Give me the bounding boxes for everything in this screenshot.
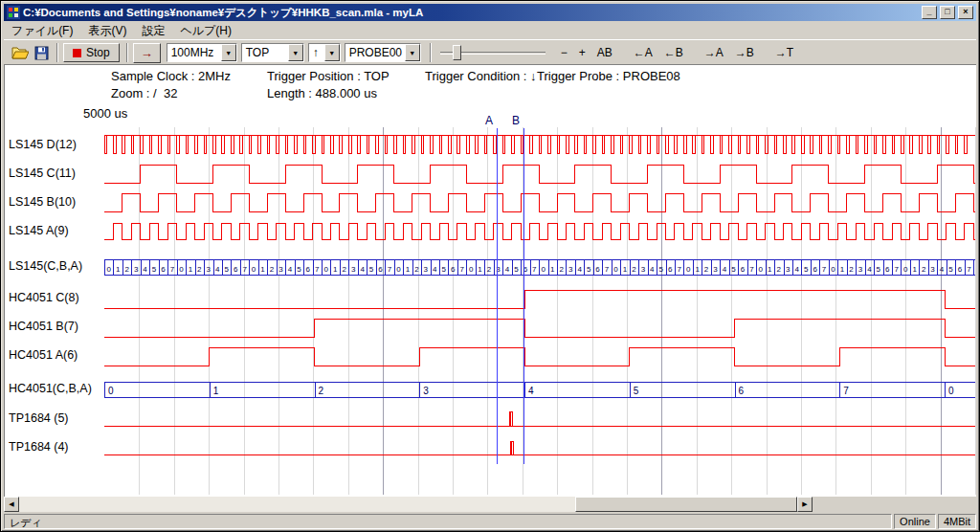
status-memory: 4MBit (938, 514, 976, 529)
scroll-right-button[interactable]: ▶ (797, 497, 813, 512)
channel-label-0: LS145 D(12) (9, 138, 77, 151)
trigger-position-select[interactable]: TOP ▼ (241, 43, 304, 62)
open-folder-icon (11, 46, 29, 59)
sample-clock-value: 100MHz (167, 46, 221, 59)
zoom-slider[interactable] (440, 43, 546, 62)
trigger-probe-info: Trigger Probe : PROBE08 (537, 69, 680, 83)
floppy-disk-icon (34, 46, 49, 60)
app-window: C:¥Documents and Settings¥noname¥デスクトップ¥… (0, 0, 980, 532)
toolbar-separator (126, 43, 128, 62)
trigger-edge-value: ↑ (309, 46, 324, 59)
trigger-edge-select[interactable]: ↑ ▼ (308, 43, 341, 62)
title-bar: C:¥Documents and Settings¥noname¥デスクトップ¥… (4, 4, 976, 21)
ab-button[interactable]: AB (591, 43, 618, 62)
slider-thumb[interactable] (453, 45, 461, 60)
goto-b-left-button[interactable]: ←B (658, 43, 689, 62)
toolbar-separator (56, 43, 58, 62)
menu-settings[interactable]: 設定 (134, 21, 172, 41)
menu-help[interactable]: ヘルプ(H) (172, 21, 239, 41)
length-info: Length : 488.000 us (267, 86, 377, 100)
open-button[interactable] (10, 42, 31, 63)
channel-label-5: HC4051 C(8) (9, 291, 79, 304)
trigger-position-value: TOP (242, 46, 288, 59)
goto-b-right-button[interactable]: →B (729, 43, 760, 62)
scroll-left-button[interactable]: ◀ (4, 497, 19, 512)
stop-label: Stop (86, 46, 110, 59)
channel-label-7: HC4051 A(6) (9, 348, 78, 362)
window-title: C:¥Documents and Settings¥noname¥デスクトップ¥… (23, 6, 919, 20)
channel-label-1: LS145 C(11) (9, 166, 76, 180)
trigger-probe-select[interactable]: PROBE00 ▼ (345, 43, 421, 62)
channel-label-10: TP1684 (4) (9, 440, 69, 454)
goto-a-left-button[interactable]: ←A (628, 43, 658, 62)
status-online: Online (894, 514, 936, 529)
scrollbar-track[interactable] (19, 497, 797, 512)
goto-a-right-button[interactable]: →A (699, 43, 729, 62)
trigger-condition-info: Trigger Condition : ↓ (425, 69, 537, 83)
save-button[interactable] (31, 42, 52, 63)
status-ready: レディ (4, 514, 892, 529)
run-button[interactable]: → (133, 43, 161, 63)
menu-bar: ファイル(F) 表示(V) 設定 ヘルプ(H) (4, 22, 976, 39)
waveform-panel (4, 64, 976, 497)
stop-icon (73, 49, 81, 57)
zoom-out-button[interactable]: − (555, 43, 573, 62)
minimize-button[interactable]: _ (922, 6, 937, 19)
channel-label-6: HC4051 B(7) (9, 320, 78, 333)
toolbar-separator (430, 43, 432, 62)
trigger-position-info: Trigger Position : TOP (267, 69, 390, 83)
trigger-probe-value: PROBE00 (345, 46, 405, 59)
status-bar: レディ Online 4MBit (4, 513, 976, 529)
goto-trigger-button[interactable]: →T (769, 43, 799, 62)
sample-clock-info: Sample Clock : 2MHz (111, 69, 231, 83)
channel-label-4: LS145(C,B,A) (9, 259, 82, 273)
chevron-down-icon[interactable]: ▼ (288, 44, 303, 61)
stop-button[interactable]: Stop (63, 43, 120, 62)
app-icon (7, 6, 20, 19)
menu-view[interactable]: 表示(V) (80, 21, 134, 41)
time-scale-label: 5000 us (83, 106, 127, 121)
chevron-down-icon[interactable]: ▼ (221, 44, 236, 61)
sample-clock-select[interactable]: 100MHz ▼ (167, 43, 237, 62)
chevron-down-icon[interactable]: ▼ (324, 44, 340, 61)
zoom-info: Zoom : / 32 (111, 86, 177, 100)
channel-label-9: TP1684 (5) (9, 411, 69, 425)
menu-file[interactable]: ファイル(F) (4, 21, 80, 41)
channel-label-3: LS145 A(9) (9, 224, 69, 237)
zoom-in-button[interactable]: + (573, 43, 591, 62)
channel-label-8: HC4051(C,B,A) (9, 382, 92, 395)
close-button[interactable]: × (958, 6, 973, 19)
channel-label-2: LS145 B(10) (9, 195, 76, 209)
scrollbar-thumb[interactable] (575, 497, 797, 512)
chevron-down-icon[interactable]: ▼ (405, 44, 420, 61)
horizontal-scrollbar[interactable]: ◀ ▶ (4, 497, 813, 512)
toolbar: Stop → 100MHz ▼ TOP ▼ ↑ ▼ PROBE00 ▼ − + … (4, 39, 976, 65)
maximize-button[interactable]: □ (940, 6, 955, 19)
